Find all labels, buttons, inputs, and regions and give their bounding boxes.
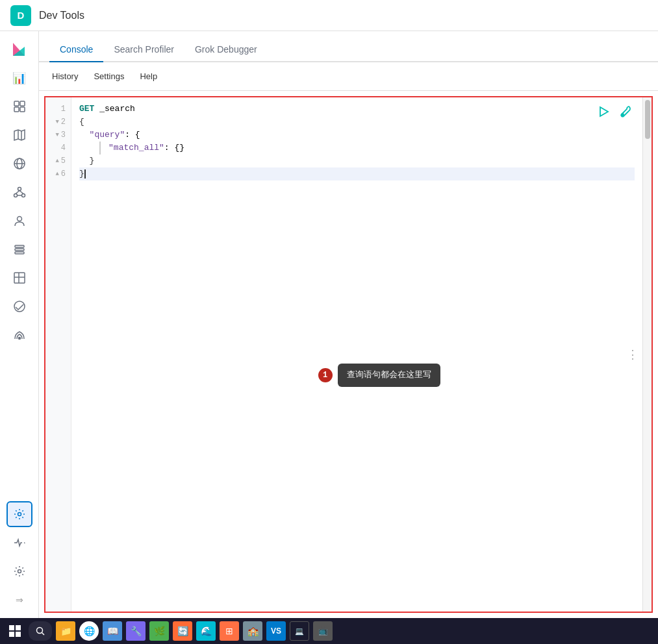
fold-5[interactable]: ▲ [55,155,58,167]
tab-search-profiler[interactable]: Search Profiler [103,38,184,62]
taskbar-chrome[interactable]: 🌐 [79,621,99,641]
svg-rect-5 [20,107,25,112]
sidebar: 📊 [0,31,39,618]
callout-container: 1 查询语句都会在这里写 [318,364,440,387]
sidebar-item-queue[interactable] [6,265,32,291]
sidebar-item-check[interactable] [6,293,32,319]
sidebar-item-settings[interactable] [6,558,32,584]
code-line-3: "query" : { [79,129,635,142]
code-line-1: GET _search [79,103,635,116]
svg-line-15 [16,191,19,194]
sidebar-item-analytics[interactable]: 📊 [6,65,32,91]
svg-rect-33 [9,632,14,637]
taskbar-school[interactable]: 🏫 [243,621,262,641]
taskbar-windows[interactable] [5,621,25,641]
taskbar-tool[interactable]: 🔧 [126,621,146,641]
line-numbers: 1 ▼ 2 ▼ 3 4 ▲ 5 ▲ 6 [45,97,71,612]
svg-line-36 [42,633,45,636]
svg-point-18 [17,217,21,221]
code-line-6: } [79,167,635,180]
fold-2[interactable]: ▼ [55,116,58,129]
svg-point-26 [18,338,20,340]
avatar: D [10,5,31,26]
sidebar-logo[interactable] [6,36,32,62]
sidebar-item-cluster[interactable] [6,179,32,205]
content-area: Console Search Profiler Grok Debugger Hi… [39,31,658,618]
tab-grok-debugger[interactable]: Grok Debugger [184,38,268,62]
svg-marker-6 [14,130,25,140]
tabs-bar: Console Search Profiler Grok Debugger [39,31,658,62]
key-query: "query" [90,129,125,142]
code-editor[interactable]: GET _search { "query" : { "m [71,97,642,612]
fold-6[interactable]: ▲ [55,167,58,180]
page-title: Dev Tools [39,10,84,21]
taskbar: 📁 🌐 📖 🔧 🌿 🔄 🌊 ⊞ 🏫 VS 💻 📺 [0,618,658,644]
svg-point-13 [14,194,17,197]
taskbar-grid[interactable]: ⊞ [220,621,239,641]
line-5: ▲ 5 [45,155,71,167]
sidebar-item-signal[interactable] [6,322,32,348]
code-line-2: { [79,116,635,129]
editor-icons [596,104,633,119]
taskbar-green[interactable]: 🌿 [149,621,169,641]
line-num-4: 4 [61,142,66,155]
top-bar: D Dev Tools [0,0,658,31]
taskbar-vscode[interactable]: VS [266,621,286,641]
sidebar-item-dashboard[interactable] [6,93,32,119]
run-button[interactable] [596,104,611,119]
line-2: ▼ 2 [45,116,71,129]
callout-badge: 1 [318,368,333,382]
line-num-2: 2 [61,116,66,129]
scrollbar-thumb[interactable] [645,100,650,139]
taskbar-refresh[interactable]: 🔄 [173,621,192,641]
taskbar-file-explorer[interactable]: 📁 [56,621,75,641]
line-1: 1 [45,103,71,116]
help-button[interactable]: Help [137,69,160,84]
taskbar-terminal[interactable]: 💻 [290,621,309,641]
taskbar-wave[interactable]: 🌊 [196,621,216,641]
line-num-1: 1 [61,103,66,116]
editor-container: 1 ▼ 2 ▼ 3 4 ▲ 5 ▲ 6 [44,96,653,613]
taskbar-book[interactable]: 📖 [103,621,122,641]
brace-close-inner: } [90,155,95,167]
sidebar-item-user[interactable] [6,208,32,234]
keyword-get: GET [79,103,94,116]
colon-4: : {} [164,142,184,155]
svg-rect-34 [16,632,21,637]
taskbar-search[interactable] [29,621,52,641]
wrench-button[interactable] [618,104,633,119]
toolbar: History Settings Help [39,62,658,91]
code-path: _search [94,103,134,116]
brace-close-outer: } [79,167,84,180]
svg-rect-2 [14,101,19,106]
svg-rect-19 [15,245,24,247]
sidebar-item-layers[interactable] [6,236,32,262]
svg-point-27 [18,513,21,516]
taskbar-display[interactable]: 📺 [313,621,333,641]
svg-marker-29 [600,107,608,116]
svg-line-16 [19,191,23,194]
tab-console[interactable]: Console [49,38,103,62]
settings-button[interactable]: Settings [91,69,127,84]
svg-rect-3 [20,101,25,106]
svg-point-35 [37,628,43,634]
line-4: 4 [45,142,71,155]
sidebar-item-maps[interactable] [6,122,32,148]
main-layout: 📊 [0,31,658,618]
sidebar-item-globe[interactable] [6,151,32,177]
brace-open: { [79,116,84,129]
drag-handle[interactable]: ⋮ [627,349,639,360]
callout-tooltip: 查询语句都会在这里写 [338,364,440,387]
fold-3[interactable]: ▼ [55,129,58,142]
sidebar-item-devtools[interactable] [6,501,32,527]
history-button[interactable]: History [49,69,81,84]
code-line-4: "match_all" : {} [79,142,635,155]
svg-rect-4 [14,107,19,112]
svg-point-25 [14,301,25,312]
sidebar-item-heartbeat[interactable] [6,530,32,556]
svg-rect-32 [16,625,21,630]
editor-scrollbar[interactable] [642,97,652,612]
sidebar-item-collapse[interactable]: ⇒ [6,587,32,613]
line-3: ▼ 3 [45,129,71,142]
svg-point-14 [21,194,25,197]
